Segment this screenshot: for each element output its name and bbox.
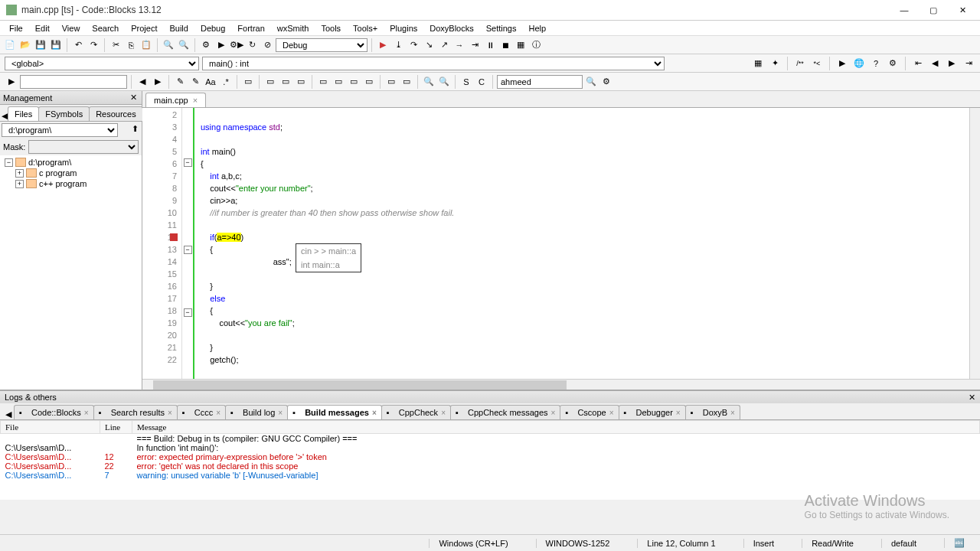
editor-tab-main[interactable]: main.cpp × [145,93,206,107]
close-button[interactable]: ✕ [951,2,974,18]
message-row[interactable]: C:\Users\sam\D...7warning: unused variab… [1,471,980,480]
logs-tab-prev-icon[interactable]: ◀ [3,409,14,419]
menu-tools[interactable]: Tools [315,22,347,34]
code-line[interactable]: getch(); [201,354,969,366]
code-line[interactable]: } [201,341,969,354]
doxy-icon[interactable]: ▦ [751,57,765,70]
box1-icon[interactable]: ▭ [263,75,277,89]
logs-tab-close-icon[interactable]: × [441,409,446,417]
debug-continue-icon[interactable]: ▶ [376,38,390,52]
doxy-chm-icon[interactable]: ? [869,57,883,70]
autocomplete-item[interactable]: int main::a [296,258,361,272]
code-line[interactable]: int main() [201,145,969,158]
doxy-html-icon[interactable]: 🌐 [852,57,866,70]
s-icon[interactable]: S [459,75,473,89]
code-line[interactable] [201,329,969,341]
fold-toggle-icon[interactable]: − [184,308,192,317]
doxy-config-icon[interactable]: ⚙ [886,57,900,70]
tab-files[interactable]: Files [8,106,39,121]
breakpoint-marker[interactable] [170,233,178,241]
hl2-icon[interactable]: ✎ [188,75,202,89]
sel-icon[interactable]: ▭ [241,75,255,89]
message-row[interactable]: C:\Users\sam\D...22error: 'getch' was no… [1,461,980,471]
code-line[interactable] [201,219,969,231]
rebuild-icon[interactable]: ↻ [245,38,259,52]
folder-up-icon[interactable]: ⬆ [128,122,142,135]
logs-tab-code-blocks[interactable]: ▪Code::Blocks× [14,405,94,419]
logs-tab-close-icon[interactable]: × [278,409,283,417]
logs-tab-doxyb[interactable]: ▪DoxyB× [685,405,740,419]
fold-toggle-icon[interactable]: − [184,246,192,254]
redo-icon[interactable]: ↷ [87,38,100,52]
code-line[interactable]: else [201,292,969,305]
autocomplete-popup[interactable]: cin > > main::a int main::a [296,243,361,272]
next-instr-icon[interactable]: → [452,38,466,52]
zoom-in-icon[interactable]: 🔍 [422,75,436,89]
code-line[interactable]: { [201,158,969,170]
menu-view[interactable]: View [56,22,87,34]
goto-icon[interactable]: ▶ [5,75,18,89]
stop-debug-icon[interactable]: ⏹ [498,38,512,52]
hl-clear-icon[interactable]: .* [219,75,233,89]
break-icon[interactable]: ⏸ [483,38,497,52]
menu-project[interactable]: Project [125,22,163,34]
code-line[interactable]: using namespace std; [201,121,969,133]
message-row[interactable]: C:\Users\sam\D...12error: expected prima… [1,452,980,461]
find-icon[interactable]: 🔍 [162,38,175,52]
tab-prev-icon[interactable]: ◀ [2,111,8,121]
block-comment-icon[interactable]: /** [793,57,807,70]
hl3-icon[interactable]: Aa [204,75,217,89]
toggle-comment-icon[interactable]: ▭ [384,75,398,89]
message-row[interactable]: === Build: Debug in ts (compiler: GNU GC… [1,434,980,444]
logs-tab-close-icon[interactable]: × [372,409,377,417]
box3-icon[interactable]: ▭ [294,75,308,89]
menu-debug[interactable]: Debug [194,22,231,34]
doxy-run-icon[interactable]: ▶ [835,57,849,70]
code-editor[interactable]: 2345678910111213141516171819202122 −−− c… [142,108,980,379]
col-line[interactable]: Line [100,421,132,434]
fold-toggle-icon[interactable]: − [184,158,192,167]
menu-wxsmith[interactable]: wxSmith [271,22,315,34]
menu-fortran[interactable]: Fortran [231,22,270,34]
maximize-button[interactable]: ▢ [922,2,945,18]
logs-tab-close-icon[interactable]: × [551,409,556,417]
build-icon[interactable]: ⚙ [199,38,213,52]
search-go-icon[interactable]: 🔍 [584,75,598,89]
logs-tab-close-icon[interactable]: × [84,409,89,417]
box2-icon[interactable]: ▭ [279,75,292,89]
col-message[interactable]: Message [132,421,980,434]
prev-icon[interactable]: ◀ [928,57,942,70]
step-into-icon[interactable]: ↘ [422,38,436,52]
menu-edit[interactable]: Edit [29,22,56,34]
tab-resources[interactable]: Resources [89,106,143,121]
jump-back-icon[interactable]: ⇤ [911,57,925,70]
logs-tab-build-log[interactable]: ▪Build log× [225,405,288,419]
tab-fsymbols[interactable]: FSymbols [38,106,90,121]
replace-icon[interactable]: 🔍 [177,38,191,52]
status-lang-icon[interactable]: 🔤 [944,538,974,548]
code-line[interactable]: cout<<"you are fail"; [201,317,969,329]
menu-settings[interactable]: Settings [480,22,523,34]
line-comment-icon[interactable]: *< [810,57,824,70]
logs-tab-build-messages[interactable]: ▪Build messages× [287,405,382,419]
box7-icon[interactable]: ▭ [362,75,376,89]
path-combo[interactable]: d:\program\ [2,123,118,137]
toggle-source-icon[interactable]: ▭ [400,75,413,89]
logs-tab-close-icon[interactable]: × [676,409,681,417]
menu-build[interactable]: Build [163,22,194,34]
code-line[interactable] [201,133,969,145]
open-file-icon[interactable]: 📂 [18,38,32,52]
next-bookmark-icon[interactable]: ▶ [151,75,165,89]
minimize-button[interactable]: — [893,2,916,18]
zoom-out-icon[interactable]: 🔍 [437,75,451,89]
debug-windows-icon[interactable]: ▦ [514,38,528,52]
copy-icon[interactable]: ⎘ [124,38,138,52]
code-line[interactable]: cout<<"enter your number"; [201,182,969,194]
box5-icon[interactable]: ▭ [332,75,345,89]
menu-help[interactable]: Help [522,22,552,34]
editor-tab-close-icon[interactable]: × [193,96,198,105]
build-messages-view[interactable]: File Line Message === Build: Debug in ts… [0,420,980,500]
paste-icon[interactable]: 📋 [139,38,153,52]
menu-plugins[interactable]: Plugins [384,22,423,34]
logs-tab-close-icon[interactable]: × [168,409,172,417]
